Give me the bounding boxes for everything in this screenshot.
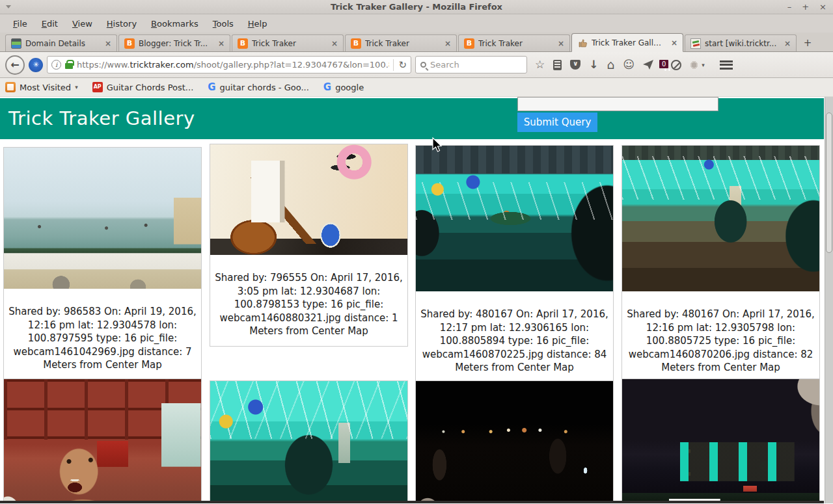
- gallery-card[interactable]: Shared by: 480167 On: April 17, 2016, 12…: [621, 145, 820, 383]
- tab-trick-traker-1[interactable]: Trick Traker ×: [232, 34, 344, 51]
- bookmark-guitar-chords-post[interactable]: AP Guitar Chords Post...: [92, 82, 194, 92]
- search-icon: [420, 62, 426, 68]
- menu-help[interactable]: Help: [241, 16, 274, 31]
- bookmarks-toolbar: Most Visited ▾ AP Guitar Chords Post... …: [0, 78, 833, 97]
- photo-caption: Shared by: 986583 On: April 19, 2016, 12…: [4, 289, 201, 380]
- gallery-card[interactable]: Shared by: 796555 On: April 17, 2016, 3:…: [210, 144, 408, 347]
- domain-details-favicon: [11, 38, 21, 49]
- ghostery-badge: 0: [659, 60, 668, 68]
- most-visited-folder-icon: [5, 82, 16, 92]
- tab-trick-traker-2[interactable]: Trick Traker ×: [345, 34, 457, 51]
- window-title: Trick Traker Gallery - Mozilla Firefox: [0, 2, 833, 12]
- send-tab-icon[interactable]: [643, 60, 654, 70]
- downloads-icon[interactable]: ↓: [589, 59, 598, 70]
- bookmark-guitar-chords-google[interactable]: G guitar chords - Goo...: [208, 82, 309, 92]
- bookmark-star-icon[interactable]: ☆: [535, 59, 545, 70]
- menu-bookmarks[interactable]: Bookmarks: [144, 16, 205, 31]
- tab-close-icon[interactable]: ×: [217, 39, 226, 48]
- menu-history[interactable]: History: [100, 16, 143, 31]
- back-button[interactable]: ←: [5, 55, 25, 75]
- url-text[interactable]: https://www.tricktraker.com/shoot/galler…: [77, 60, 389, 70]
- menu-file[interactable]: File: [7, 16, 34, 31]
- wiki-favicon: [690, 38, 701, 49]
- gallery-photo-night-beach[interactable]: [416, 381, 613, 503]
- tab-trick-traker-3[interactable]: Trick Traker ×: [458, 34, 570, 51]
- bookmark-google[interactable]: G google: [323, 82, 364, 92]
- menu-bar: File Edit View History Bookmarks Tools H…: [0, 14, 833, 33]
- pocket-icon[interactable]: ∨: [570, 60, 580, 70]
- gallery-card[interactable]: [3, 378, 202, 503]
- tab-close-icon[interactable]: ×: [103, 39, 113, 48]
- window-titlebar: Trick Traker Gallery - Mozilla Firefox –…: [0, 0, 833, 14]
- gallery-photo-rooftop-sea-view[interactable]: [4, 148, 201, 289]
- scrollbar-thumb[interactable]: [826, 113, 832, 253]
- gallery-photo-restaurant-bright[interactable]: [210, 381, 407, 503]
- gallery-photo-restaurant-dark[interactable]: [416, 146, 613, 291]
- blogger-favicon: [124, 38, 135, 49]
- reading-list-icon[interactable]: [553, 60, 562, 70]
- photo-caption: Shared by: 796555 On: April 17, 2016, 3:…: [210, 255, 407, 346]
- google-favicon: G: [323, 82, 331, 92]
- chevron-down-icon: ▾: [75, 84, 78, 90]
- tab-trick-traker-gallery-active[interactable]: Trick Traker Gallery ×: [571, 33, 683, 52]
- tab-domain-details[interactable]: Domain Details ×: [5, 34, 117, 51]
- bookmark-most-visited[interactable]: Most Visited ▾: [5, 82, 78, 92]
- ap-favicon: AP: [92, 82, 103, 92]
- close-button[interactable]: ×: [819, 1, 826, 14]
- feedback-smiley-icon[interactable]: ☺: [623, 59, 635, 70]
- reload-icon[interactable]: ↻: [393, 59, 407, 71]
- page-title: Trick Traker Gallery: [8, 107, 195, 129]
- gallery-photo-night-hotel[interactable]: [622, 379, 819, 503]
- extension-page-icon[interactable]: ✳: [29, 58, 43, 72]
- photo-caption: Shared by: 480167 On: April 17, 2016, 12…: [622, 291, 819, 382]
- tab-close-icon[interactable]: ×: [670, 38, 679, 47]
- tab-close-icon[interactable]: ×: [443, 39, 452, 48]
- tab-close-icon[interactable]: ×: [556, 39, 566, 48]
- https-lock-icon[interactable]: [65, 63, 73, 69]
- tab-close-icon[interactable]: ×: [783, 39, 792, 48]
- search-input[interactable]: [430, 60, 522, 70]
- menu-view[interactable]: View: [66, 16, 99, 31]
- addon-dropdown-icon[interactable]: ▾: [702, 62, 705, 68]
- gallery-photo-man-selfie[interactable]: [4, 379, 201, 503]
- google-favicon: G: [208, 82, 215, 92]
- maximize-button[interactable]: +: [802, 1, 809, 14]
- home-icon[interactable]: ⌂: [607, 59, 615, 71]
- search-box[interactable]: [415, 56, 527, 73]
- addon-icon[interactable]: [690, 61, 698, 69]
- tab-bar: Domain Details × Blogger: Trick Tr... × …: [0, 33, 833, 52]
- thumbs-up-favicon: [577, 38, 588, 48]
- tab-wiki-start[interactable]: start [wiki.tricktr... ×: [685, 34, 797, 51]
- mouse-cursor: [432, 137, 443, 155]
- globe-edit-icon[interactable]: [671, 60, 681, 70]
- firefox-window: Trick Traker Gallery - Mozilla Firefox –…: [0, 0, 833, 504]
- tab-blogger[interactable]: Blogger: Trick Tr... ×: [118, 34, 230, 51]
- menu-tools[interactable]: Tools: [206, 16, 240, 31]
- gallery-photo-restaurant-day[interactable]: [622, 146, 819, 291]
- tab-close-icon[interactable]: ×: [330, 39, 339, 48]
- url-bar[interactable]: i https://www.tricktraker.com/shoot/gall…: [47, 56, 411, 73]
- gallery-card[interactable]: Shared by: 986583 On: April 19, 2016, 12…: [3, 147, 202, 380]
- page-info-icon[interactable]: i: [51, 60, 61, 70]
- blogger-favicon: [464, 38, 474, 49]
- gallery-card[interactable]: [621, 378, 820, 503]
- gallery-card[interactable]: [415, 380, 614, 503]
- navigation-toolbar: ← ✳ i https://www.tricktraker.com/shoot/…: [0, 52, 833, 78]
- blogger-favicon: [238, 38, 248, 49]
- gallery-card[interactable]: [210, 380, 408, 503]
- submit-query-button[interactable]: Submit Query: [517, 113, 597, 132]
- new-tab-button[interactable]: +: [799, 35, 816, 51]
- query-input[interactable]: [517, 97, 718, 111]
- menu-edit[interactable]: Edit: [35, 16, 64, 31]
- menu-hamburger-icon[interactable]: [720, 60, 733, 70]
- toolbar-buttons: ☆ ∨ ↓ ⌂ ☺ 0 ▾: [535, 59, 733, 71]
- page-content: Trick Traker Gallery Submit Query Shared…: [0, 97, 833, 503]
- blogger-favicon: [351, 38, 361, 49]
- gallery-photo-room-guitars[interactable]: [210, 144, 407, 255]
- window-bottom-edge: [0, 501, 824, 503]
- gallery-card[interactable]: Shared by: 480167 On: April 17, 2016, 12…: [415, 145, 614, 383]
- window-controls: – + ×: [787, 1, 833, 14]
- vertical-scrollbar[interactable]: [825, 97, 833, 503]
- minimize-button[interactable]: –: [787, 1, 792, 14]
- photo-caption: Shared by: 480167 On: April 17, 2016, 12…: [416, 291, 613, 382]
